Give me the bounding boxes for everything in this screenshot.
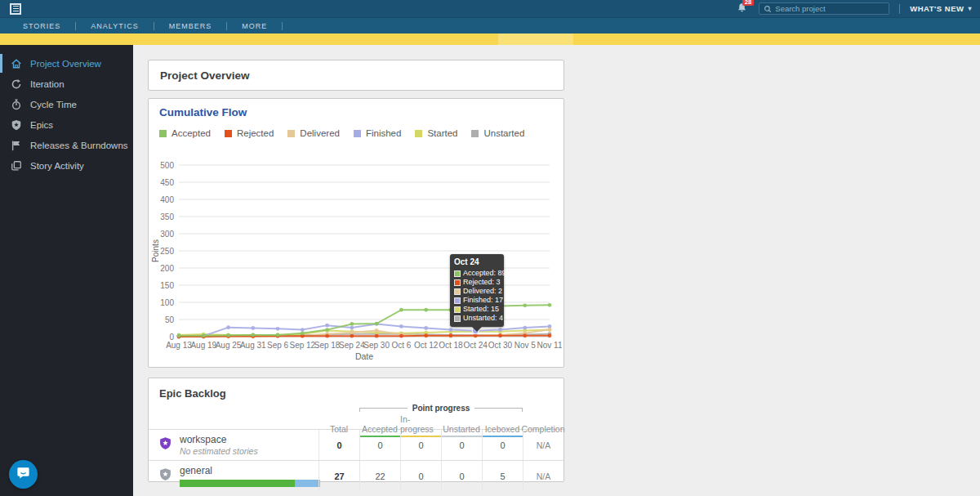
epic-name[interactable]: general [180, 465, 320, 476]
cumulative-flow-card: Cumulative Flow Accepted Rejected Delive… [148, 98, 564, 368]
svg-text:Aug 13: Aug 13 [166, 341, 192, 350]
nav-tab-stories[interactable]: STORIES [8, 22, 75, 30]
notifications-bell-icon[interactable]: 28 [737, 2, 747, 16]
search-input[interactable] [775, 4, 884, 13]
epic-subtitle: No estimated stories [180, 446, 258, 456]
chat-bubble-icon [16, 466, 30, 483]
point-progress-group-header: Point progress [359, 403, 523, 414]
chevron-down-icon: ▾ [968, 5, 972, 12]
top-bar: 28 WHAT'S NEW ▾ [0, 0, 980, 17]
sidebar-item-releases-burndowns[interactable]: Releases & Burndowns [0, 135, 133, 155]
svg-text:50: 50 [165, 315, 175, 324]
shield-icon [11, 119, 22, 131]
legend-finished[interactable]: Finished [354, 128, 401, 138]
svg-text:300: 300 [160, 230, 174, 239]
svg-text:Date: Date [355, 351, 373, 361]
progress-iceboxed [295, 480, 320, 487]
notification-count-badge: 28 [742, 0, 753, 6]
flag-icon [11, 140, 22, 151]
table-row-workspace[interactable]: workspace No estimated stories 0 0 0 0 0… [149, 429, 564, 460]
sidebar-item-iteration[interactable]: Iteration [0, 74, 133, 94]
svg-text:450: 450 [160, 178, 174, 187]
svg-text:Aug 19: Aug 19 [190, 341, 216, 350]
svg-text:350: 350 [160, 212, 174, 221]
svg-text:100: 100 [160, 298, 174, 307]
story-activity-icon [11, 160, 22, 172]
svg-text:500: 500 [160, 161, 174, 170]
sidebar-item-project-overview[interactable]: Project Overview [0, 53, 133, 74]
svg-text:150: 150 [160, 281, 174, 290]
epic-backlog-title: Epic Backlog [159, 387, 226, 400]
svg-text:Sep 6: Sep 6 [267, 341, 289, 350]
legend-rejected[interactable]: Rejected [225, 128, 274, 138]
home-icon [11, 58, 22, 69]
svg-text:Oct 30: Oct 30 [488, 341, 513, 350]
divider [899, 4, 900, 14]
analytics-sidebar: Project Overview Iteration Cycle Time Ep… [0, 45, 133, 496]
svg-text:Oct 18: Oct 18 [439, 341, 463, 350]
nav-tab-analytics[interactable]: ANALYTICS [76, 22, 153, 30]
project-nav: STORIES ANALYTICS MEMBERS MORE [0, 17, 980, 34]
search-icon [764, 5, 772, 13]
svg-text:Oct 24: Oct 24 [463, 341, 488, 350]
svg-text:Nov 5: Nov 5 [514, 341, 537, 350]
cumulative-flow-title[interactable]: Cumulative Flow [159, 106, 247, 118]
legend-unstarted[interactable]: Unstarted [471, 128, 524, 138]
page-title: Project Overview [160, 69, 250, 82]
svg-text:Sep 24: Sep 24 [339, 341, 365, 350]
epic-backlog-table: Point progress Total Accepted In-progres… [149, 403, 564, 491]
svg-text:Points: Points [151, 239, 160, 262]
app-logo-icon[interactable] [10, 3, 21, 15]
page-title-card: Project Overview [148, 60, 564, 91]
epic-backlog-card: Epic Backlog Point progress Total Accept… [148, 378, 564, 482]
chart-tooltip: Oct 24 Accepted: 89 Rejected: 3 Delivere… [450, 254, 504, 327]
legend-accepted[interactable]: Accepted [159, 128, 211, 138]
svg-text:400: 400 [160, 195, 174, 204]
chat-launcher-button[interactable] [9, 460, 38, 489]
legend-started[interactable]: Started [415, 128, 457, 138]
tooltip-date: Oct 24 [454, 257, 500, 266]
iteration-icon [11, 78, 22, 90]
svg-text:Aug 25: Aug 25 [216, 341, 242, 350]
shield-star-icon [158, 436, 172, 454]
svg-text:Nov 11: Nov 11 [537, 341, 563, 350]
svg-text:200: 200 [160, 264, 174, 273]
epic-name[interactable]: workspace [180, 434, 258, 445]
table-header-row: Total Accepted In-progress Unstarted Ice… [149, 414, 564, 429]
svg-text:Sep 12: Sep 12 [289, 341, 315, 350]
svg-text:0: 0 [169, 333, 174, 342]
svg-text:Oct 6: Oct 6 [391, 341, 411, 350]
svg-text:Sep 18: Sep 18 [314, 341, 341, 350]
shield-star-icon [158, 467, 172, 485]
project-search[interactable] [759, 2, 889, 15]
nav-tab-members[interactable]: MEMBERS [154, 22, 227, 30]
chart-legend: Accepted Rejected Delivered Finished Sta… [159, 128, 524, 138]
svg-text:250: 250 [160, 247, 174, 256]
whats-new-menu[interactable]: WHAT'S NEW ▾ [910, 4, 972, 13]
svg-text:Aug 31: Aug 31 [240, 341, 266, 350]
svg-text:Sep 30: Sep 30 [363, 341, 390, 350]
sidebar-item-epics[interactable]: Epics [0, 114, 133, 135]
sidebar-item-story-activity[interactable]: Story Activity [0, 155, 133, 176]
announcement-banner [0, 34, 980, 45]
table-row-general[interactable]: general 27 22 0 0 5 N/A [149, 460, 564, 491]
nav-tab-more[interactable]: MORE [227, 22, 282, 30]
main-content: Project Overview Cumulative Flow Accepte… [133, 45, 980, 496]
sidebar-item-cycle-time[interactable]: Cycle Time [0, 94, 133, 114]
stopwatch-icon [11, 99, 22, 110]
epic-progress-bar [180, 480, 320, 487]
legend-delivered[interactable]: Delivered [287, 128, 340, 138]
progress-accepted [180, 480, 295, 487]
svg-text:Oct 12: Oct 12 [414, 341, 439, 350]
